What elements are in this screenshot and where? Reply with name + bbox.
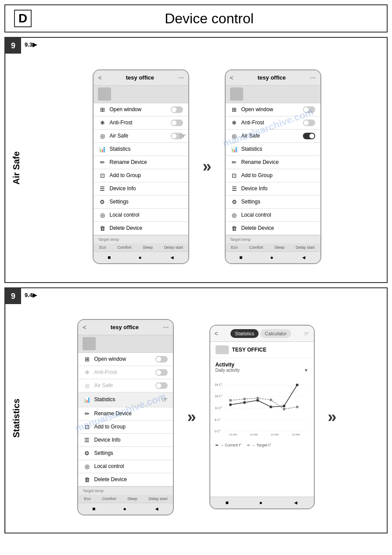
stats-footer: ■ ● ◄ <box>210 497 314 508</box>
local-control-label-2: Local control <box>241 212 315 218</box>
open-window-toggle-1[interactable] <box>171 106 183 113</box>
menu-rename-2[interactable]: ✏ Rename Device <box>226 156 320 169</box>
tab-calculator[interactable]: Calculator <box>260 329 291 338</box>
mode-delay-3[interactable]: Delay start <box>149 497 168 501</box>
menu-device-info-3[interactable]: ☰ Device Info <box>78 434 173 447</box>
svg-point-22 <box>256 397 259 399</box>
menu-anti-frost-1[interactable]: ❄ Anti-Frost <box>94 116 188 130</box>
nav-back-3[interactable]: ◄ <box>154 506 159 512</box>
menu-delete-device-1[interactable]: 🗑 Delete Device <box>94 222 188 235</box>
stats-nav-square[interactable]: ■ <box>225 500 228 506</box>
menu-settings-2[interactable]: ⚙ Settings <box>226 196 320 209</box>
more-icon-2[interactable]: ··· <box>310 74 316 82</box>
nav-back-1[interactable]: ◄ <box>169 254 175 261</box>
nav-square-2[interactable]: ■ <box>239 254 242 261</box>
local-control-icon-3: ◎ <box>83 463 90 470</box>
phone-before: < tesy office ··· ⊞ Open window ❄ Anti-F… <box>93 69 189 264</box>
menu-air-safe-1[interactable]: ◎ Air Safe ☞ <box>94 130 188 143</box>
delete-icon-2: 🗑 <box>231 225 238 232</box>
menu-add-group-1[interactable]: ⊡ Add to Group <box>94 169 188 182</box>
settings-label-1: Settings <box>109 199 183 205</box>
nav-square-3[interactable]: ■ <box>92 506 95 512</box>
section-sub-1: 9.3▶ <box>25 41 37 48</box>
menu-settings-3[interactable]: ⚙ Settings <box>78 447 173 460</box>
air-safe-toggle-3[interactable] <box>155 382 168 389</box>
back-icon-3[interactable]: < <box>83 324 86 331</box>
anti-frost-toggle-2[interactable] <box>303 120 315 126</box>
delete-label-3: Delete Device <box>94 476 168 482</box>
menu-delete-device-3[interactable]: 🗑 Delete Device <box>78 473 173 486</box>
back-icon-2[interactable]: < <box>230 74 234 81</box>
menu-air-safe-3[interactable]: ◎ Air Safe <box>78 379 173 392</box>
phone-header-1: < tesy office ··· <box>94 70 188 86</box>
page-title: Device control <box>40 11 378 27</box>
mode-delay-2[interactable]: Delay start <box>296 245 315 250</box>
open-window-toggle-3[interactable] <box>155 356 168 363</box>
mode-sleep-1[interactable]: Sleep <box>143 245 153 250</box>
menu-local-control-1[interactable]: ◎ Local control <box>94 209 188 222</box>
menu-anti-frost-3[interactable]: ❄ Anti-Frost <box>78 366 173 379</box>
menu-add-group-3[interactable]: ⊡ Add to Group <box>78 421 173 434</box>
menu-rename-3[interactable]: ✏ Rename Device <box>78 407 173 421</box>
menu-local-control-2[interactable]: ◎ Local control <box>226 209 320 222</box>
mode-eco-1[interactable]: Eco <box>99 245 106 250</box>
mode-comfort-3[interactable]: Comfort <box>102 497 116 501</box>
device-info-label-2: Device Info <box>241 185 315 192</box>
nav-circle-3[interactable]: ● <box>123 506 126 512</box>
menu-statistics-1[interactable]: 📊 Statistics <box>94 143 188 156</box>
menu-device-info-2[interactable]: ☰ Device Info <box>226 182 320 196</box>
activity-dropdown-icon[interactable]: ▼ <box>304 368 309 373</box>
section-statistics: 9 9.4▶ Statistics < tesy office ··· ⊞ Op… <box>4 287 388 533</box>
chart-legend: → Current t° → Target t° <box>210 441 314 449</box>
menu-air-safe-2[interactable]: ◎ Air Safe <box>226 130 320 143</box>
nav-back-2[interactable]: ◄ <box>301 254 306 261</box>
air-safe-toggle-2[interactable] <box>303 133 315 139</box>
back-icon-1[interactable]: < <box>98 74 101 81</box>
tab-statistics[interactable]: Statistics <box>230 329 259 338</box>
open-window-label-3: Open window <box>94 356 152 362</box>
nav-square-1[interactable]: ■ <box>108 254 111 261</box>
mode-comfort-1[interactable]: Comfort <box>117 245 131 250</box>
menu-device-info-1[interactable]: ☰ Device Info <box>94 182 188 196</box>
phone-header-2: < tesy office ··· <box>226 70 320 86</box>
menu-open-window-3[interactable]: ⊞ Open window <box>78 353 173 366</box>
stats-tabs: Statistics Calculator <box>222 329 300 338</box>
mode-eco-3[interactable]: Eco <box>84 497 91 501</box>
add-group-label-2: Add to Group <box>241 172 315 178</box>
more-icon-1[interactable]: ··· <box>178 74 184 82</box>
anti-frost-toggle-3[interactable] <box>155 369 168 376</box>
mode-delay-1[interactable]: Delay start <box>164 245 183 250</box>
menu-statistics-3[interactable]: 📊 Statistics ☞ <box>78 392 173 407</box>
stats-back-icon[interactable]: < <box>215 330 218 337</box>
menu-settings-1[interactable]: ⚙ Settings <box>94 196 188 209</box>
open-window-toggle-2[interactable] <box>303 106 315 113</box>
mode-sleep-3[interactable]: Sleep <box>127 497 137 501</box>
menu-rename-1[interactable]: ✏ Rename Device <box>94 156 188 169</box>
menu-local-control-3[interactable]: ◎ Local control <box>78 460 173 473</box>
menu-delete-device-2[interactable]: 🗑 Delete Device <box>226 222 320 235</box>
statistics-label-2: Statistics <box>241 146 315 152</box>
phone-footer-2: ■ ● ◄ <box>226 251 320 263</box>
svg-point-17 <box>270 406 272 408</box>
anti-frost-toggle-1[interactable] <box>171 120 183 126</box>
mode-comfort-2[interactable]: Comfort <box>249 245 263 250</box>
more-icon-3[interactable]: ··· <box>163 323 169 331</box>
stats-nav-circle[interactable]: ● <box>259 500 263 506</box>
section-number-1: 9 <box>5 38 21 54</box>
nav-circle-1[interactable]: ● <box>139 254 142 261</box>
menu-open-window-2[interactable]: ⊞ Open window <box>226 103 320 116</box>
stats-nav-back[interactable]: ◄ <box>293 500 298 506</box>
menu-statistics-2[interactable]: 📊 Statistics <box>226 143 320 156</box>
arrow-1: » <box>202 157 211 176</box>
settings-icon-2: ⚙ <box>231 199 238 205</box>
menu-open-window-1[interactable]: ⊞ Open window <box>94 103 188 116</box>
mode-eco-2[interactable]: Eco <box>231 245 238 250</box>
nav-circle-2[interactable]: ● <box>270 254 273 261</box>
menu-add-group-2[interactable]: ⊡ Add to Group <box>226 169 320 182</box>
menu-anti-frost-2[interactable]: ❄ Anti-Frost <box>226 116 320 130</box>
phone-stats-menu: < tesy office ··· ⊞ Open window ❄ Anti-F… <box>77 319 174 515</box>
settings-icon-1: ⚙ <box>99 199 106 205</box>
rename-label-3: Rename Device <box>94 410 168 417</box>
mode-sleep-2[interactable]: Sleep <box>274 245 284 250</box>
settings-label-2: Settings <box>241 199 315 205</box>
